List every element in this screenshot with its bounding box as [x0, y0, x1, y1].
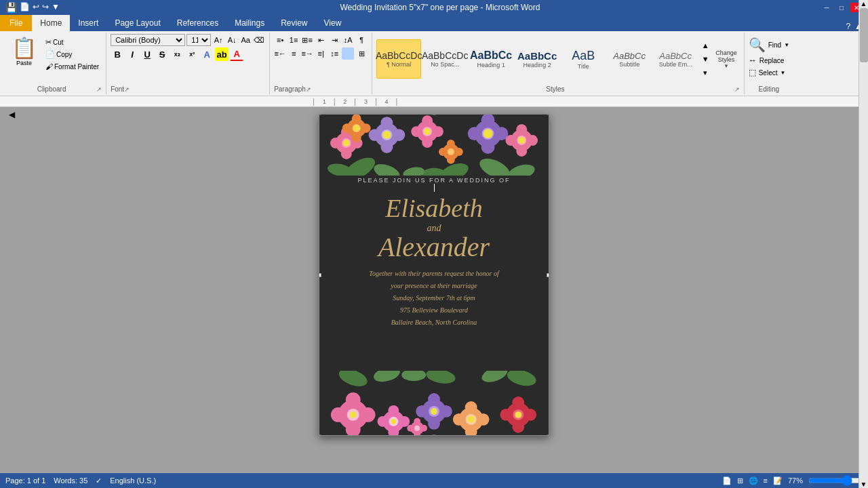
underline-button[interactable]: U [140, 47, 154, 61]
align-right-button[interactable]: ≡→ [301, 47, 313, 60]
justify-button[interactable]: ≡| [315, 47, 327, 60]
multilevel-list-button[interactable]: ⊞≡ [301, 34, 313, 46]
style-heading2[interactable]: AaBbCc Heading 2 [515, 39, 559, 79]
select-button[interactable]: ⬚ Select ▼ [749, 68, 789, 77]
style-subtitle[interactable]: AaBbCc Subtitle [607, 39, 652, 79]
style-no-spacing[interactable]: AaBbCcDc No Spac... [422, 39, 467, 79]
svg-point-43 [516, 146, 527, 157]
spell-check-icon[interactable]: ✓ [96, 476, 102, 485]
highlight-button[interactable]: ab [215, 47, 229, 61]
tab-references[interactable]: References [169, 15, 226, 31]
shading-button[interactable] [342, 47, 354, 60]
maximize-button[interactable]: □ [835, 3, 848, 12]
view-outline-button[interactable]: ≡ [764, 476, 768, 485]
tab-view[interactable]: View [316, 15, 350, 31]
show-formatting-button[interactable]: ¶ [355, 34, 368, 46]
flowers-top [319, 115, 549, 176]
svg-point-16 [380, 117, 393, 129]
line-spacing-button[interactable]: ↕≡ [328, 47, 340, 60]
decrease-font-button[interactable]: A↓ [226, 34, 238, 46]
superscript-button[interactable]: x² [185, 47, 199, 61]
view-fullscreen-button[interactable]: ⊞ [737, 476, 743, 485]
styles-scroll-down[interactable]: ▼ [699, 53, 711, 65]
bullets-button[interactable]: ≡• [274, 34, 286, 46]
font-size-select[interactable]: 11 [186, 34, 211, 46]
svg-point-40 [516, 124, 527, 135]
style-heading1[interactable]: AaBbCc Heading 1 [469, 39, 513, 79]
sort-button[interactable]: ↕A [342, 34, 354, 46]
strikethrough-button[interactable]: S [155, 47, 169, 61]
minimize-button[interactable]: ─ [821, 3, 833, 12]
copy-button[interactable]: 📄 Copy [43, 49, 102, 60]
align-left-button[interactable]: ≡← [274, 47, 286, 60]
zoom-level: 77% [788, 476, 803, 485]
style-title[interactable]: AaB Title [561, 39, 606, 79]
text-effects-button[interactable]: A [200, 47, 214, 61]
help-icon[interactable]: ? [846, 22, 850, 31]
tab-file[interactable]: File [0, 15, 32, 31]
font-color-button[interactable]: A [230, 47, 243, 61]
view-web-button[interactable]: 🌐 [749, 476, 758, 485]
tab-home[interactable]: Home [32, 15, 70, 31]
style-subtle-emphasis[interactable]: AaBbCc Subtle Em... [653, 39, 698, 79]
svg-point-98 [515, 411, 521, 418]
styles-scroll-up[interactable]: ▲ [699, 39, 711, 52]
svg-point-74 [399, 416, 410, 427]
font-name-select[interactable]: Calibri (Body) [111, 34, 185, 46]
svg-point-25 [352, 133, 361, 142]
invitation-card[interactable]: PLEASE JOIN US FOR A WEDDING OF Elisabet… [319, 114, 549, 436]
svg-point-102 [420, 425, 427, 432]
svg-point-28 [422, 115, 433, 126]
paste-button[interactable]: 📋 Paste [7, 34, 41, 68]
decrease-indent-button[interactable]: ⇤ [315, 34, 327, 46]
svg-point-13 [341, 148, 352, 159]
svg-point-70 [350, 411, 357, 418]
svg-point-88 [477, 413, 490, 426]
handle-ml[interactable] [319, 273, 321, 277]
tab-mailings[interactable]: Mailings [226, 15, 273, 31]
replace-button[interactable]: ↔ Replace [749, 56, 789, 65]
svg-point-56 [448, 148, 454, 155]
invite-header: PLEASE JOIN US FOR A WEDDING OF [357, 177, 510, 184]
align-center-button[interactable]: ≡ [288, 47, 300, 60]
svg-point-24 [361, 123, 371, 133]
tab-page-layout[interactable]: Page Layout [106, 15, 168, 31]
style-normal[interactable]: AaBbCcDc ¶ Normal [376, 39, 421, 79]
language-indicator[interactable]: English (U.S.) [110, 476, 156, 485]
change-case-button[interactable]: ⌫ [253, 34, 265, 46]
italic-button[interactable]: I [125, 47, 139, 61]
styles-more[interactable]: ▾ [699, 66, 711, 79]
left-margin-marker[interactable]: ◀ [9, 110, 15, 119]
numbering-button[interactable]: 1≡ [288, 34, 300, 46]
find-button[interactable]: 🔍 Find ▼ [749, 37, 789, 53]
cut-button[interactable]: ✂ Cut [43, 37, 102, 48]
document-area: ◀ [0, 107, 868, 473]
bold-button[interactable]: B [111, 47, 124, 61]
border-button[interactable]: ⊞ [355, 47, 368, 60]
clipboard-group: 📋 Paste ✂ Cut 📄 Copy 🖌 Format Pai [3, 33, 106, 94]
change-styles-button[interactable]: ChangeStyles ▼ [713, 47, 740, 72]
clear-formatting-button[interactable]: Aa [239, 34, 252, 46]
clipboard-expand[interactable]: ↗ [96, 86, 102, 93]
subscript-button[interactable]: x₂ [170, 47, 184, 61]
view-print-button[interactable]: 📄 [722, 476, 732, 485]
svg-point-93 [512, 396, 524, 409]
styles-expand[interactable]: ↗ [734, 86, 740, 93]
increase-font-button[interactable]: A↑ [212, 34, 224, 46]
tab-insert[interactable]: Insert [70, 15, 106, 31]
svg-point-67 [361, 407, 376, 422]
handle-mr[interactable] [547, 273, 549, 277]
font-expand[interactable]: ↗ [124, 86, 130, 93]
format-painter-button[interactable]: 🖌 Format Painter [43, 61, 102, 72]
tab-review[interactable]: Review [273, 15, 315, 31]
svg-point-91 [468, 416, 475, 423]
zoom-slider[interactable] [808, 475, 863, 486]
increase-indent-button[interactable]: ⇥ [328, 34, 340, 46]
vertical-scrollbar[interactable]: ▲ ▼ [859, 107, 868, 473]
view-draft-button[interactable]: 📝 [773, 476, 783, 485]
svg-point-50 [518, 137, 525, 144]
paragraph-expand[interactable]: ↗ [306, 86, 311, 93]
svg-point-49 [484, 129, 493, 138]
clipboard-label: Clipboard [7, 84, 96, 93]
svg-point-96 [512, 421, 524, 433]
